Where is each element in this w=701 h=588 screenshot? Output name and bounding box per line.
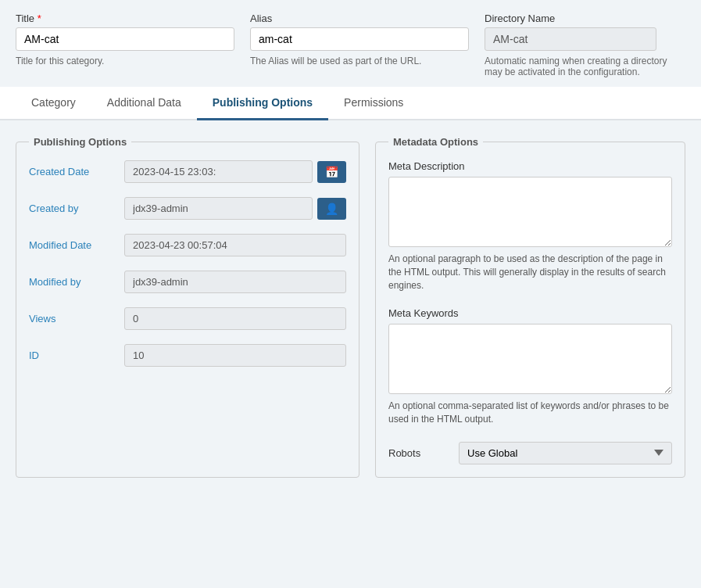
tabs-bar: Category Additional Data Publishing Opti… <box>0 87 701 120</box>
main-content: Publishing Options Created Date 📅 Create… <box>0 120 701 493</box>
created-by-label: Created by <box>29 203 115 214</box>
id-control <box>124 344 346 367</box>
modified-by-control <box>124 271 346 293</box>
meta-description-label: Meta Description <box>388 160 672 172</box>
created-date-row: Created Date 📅 <box>29 160 346 183</box>
modified-by-input[interactable] <box>124 271 346 293</box>
directory-label: Directory Name <box>485 13 685 24</box>
created-by-user-button[interactable]: 👤 <box>317 198 346 220</box>
directory-input[interactable] <box>485 27 656 51</box>
meta-description-row: Meta Description An optional paragraph t… <box>388 160 672 292</box>
modified-date-label: Modified Date <box>29 239 115 251</box>
directory-field-group: Directory Name Automatic naming when cre… <box>485 13 685 77</box>
title-input[interactable] <box>16 27 234 51</box>
views-label: Views <box>29 313 115 324</box>
modified-by-row: Modified by <box>29 271 346 293</box>
metadata-options-legend: Metadata Options <box>388 136 483 148</box>
top-section: Title * Title for this category. Alias T… <box>0 0 701 87</box>
title-label: Title * <box>16 13 234 24</box>
publishing-options-legend: Publishing Options <box>29 136 131 148</box>
tab-publishing-options[interactable]: Publishing Options <box>197 87 328 120</box>
meta-keywords-label: Meta Keywords <box>388 307 672 319</box>
tab-permissions[interactable]: Permissions <box>328 87 419 120</box>
robots-label: Robots <box>388 447 451 459</box>
alias-label: Alias <box>250 13 469 24</box>
title-field-group: Title * Title for this category. <box>16 13 234 77</box>
modified-date-input[interactable] <box>124 234 346 256</box>
tab-additional-data[interactable]: Additional Data <box>91 87 197 120</box>
directory-hint: Automatic naming when creating a directo… <box>485 56 685 77</box>
tab-category[interactable]: Category <box>16 87 91 120</box>
created-by-row: Created by 👤 <box>29 197 346 220</box>
user-icon: 👤 <box>325 203 338 215</box>
meta-keywords-row: Meta Keywords An optional comma-separate… <box>388 307 672 426</box>
calendar-icon: 📅 <box>325 166 338 178</box>
meta-description-textarea[interactable] <box>388 177 672 247</box>
views-control <box>124 307 346 330</box>
id-label: ID <box>29 350 115 361</box>
created-date-calendar-button[interactable]: 📅 <box>317 161 346 183</box>
meta-keywords-hint: An optional comma-separated list of keyw… <box>388 400 672 426</box>
modified-date-row: Modified Date <box>29 234 346 256</box>
views-row: Views <box>29 307 346 330</box>
robots-select[interactable]: Use Global Index, Follow No Index, No Fo… <box>459 442 672 464</box>
created-date-label: Created Date <box>29 166 115 177</box>
created-by-input[interactable] <box>124 197 313 220</box>
created-date-control: 📅 <box>124 160 346 183</box>
metadata-options-panel: Metadata Options Meta Description An opt… <box>375 136 685 478</box>
modified-by-label: Modified by <box>29 276 115 288</box>
robots-row: Robots Use Global Index, Follow No Index… <box>388 442 672 464</box>
created-date-input[interactable] <box>124 160 313 183</box>
id-input[interactable] <box>124 344 346 367</box>
alias-hint: The Alias will be used as part of the UR… <box>250 56 469 66</box>
meta-keywords-textarea[interactable] <box>388 324 672 394</box>
created-by-control: 👤 <box>124 197 346 220</box>
views-input[interactable] <box>124 307 346 330</box>
id-row: ID <box>29 344 346 367</box>
title-hint: Title for this category. <box>16 56 234 66</box>
alias-field-group: Alias The Alias will be used as part of … <box>250 13 469 77</box>
alias-input[interactable] <box>250 27 469 51</box>
publishing-options-panel: Publishing Options Created Date 📅 Create… <box>16 136 359 478</box>
modified-date-control <box>124 234 346 256</box>
meta-description-hint: An optional paragraph to be used as the … <box>388 253 672 292</box>
